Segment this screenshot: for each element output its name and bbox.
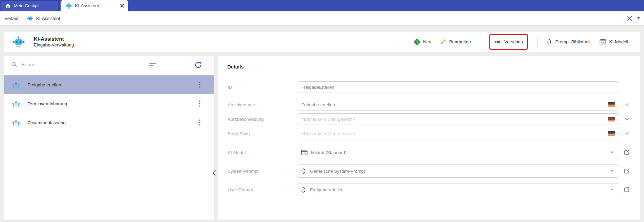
kurzbeschreibung-input[interactable] [297,113,619,125]
details-heading: Details [227,64,244,70]
tab-close-icon[interactable] [120,4,124,8]
chevron-down-icon[interactable] [625,118,629,120]
home-icon [5,3,11,9]
open-external-icon[interactable] [623,168,630,175]
field-row-kurzbeschreibung: Kurzbeschreibung [218,113,640,125]
details-panel: Details ID Anzeigename Kurzbeschreibung [218,56,640,220]
select-caret-icon [610,189,614,191]
bearbeiten-button[interactable]: Bearbeiten [440,39,471,45]
list-item[interactable]: Zusammenfassung [4,113,214,132]
neu-button[interactable]: Neu [414,39,432,45]
vorschau-button[interactable]: Vorschau [495,39,523,44]
close-history-icon[interactable] [627,16,632,21]
history-controls [627,16,641,21]
ki-modell-select[interactable]: Mistral (Standard) [297,146,619,159]
select-value: Freigabe erteilen [310,187,344,192]
select-caret-icon [610,170,614,172]
select-value: Mistral (Standard) [311,150,346,155]
field-row-id: ID [218,81,640,93]
prompt-icon [301,187,307,193]
sort-icon[interactable] [149,63,156,68]
anzeigename-input[interactable] [297,99,619,110]
filter-input[interactable] [21,62,145,67]
ki-modell-label: KI-Modell [609,39,628,44]
prompt-bibliothek-label: Prompt-Bibliothek [555,39,591,44]
vorschau-highlight-box: Vorschau [489,34,528,50]
toolbar-separator [537,37,538,47]
chevron-down-icon[interactable] [625,103,629,106]
filter-bar [11,62,145,70]
field-row-system-prompt: System-Prompt Generische System-Prompt [218,165,640,178]
collapse-panel-icon[interactable] [211,169,217,177]
refresh-icon[interactable] [194,61,202,69]
tab-label: KI-Assistent [75,3,99,8]
open-external-icon[interactable] [623,149,630,156]
item-menu-icon[interactable] [199,101,200,107]
system-prompt-select[interactable]: Generische System-Prompt [297,165,619,178]
open-external-icon[interactable] [623,186,630,193]
german-flag-icon [608,102,615,107]
german-flag-icon [608,131,615,136]
prompt-icon [301,168,307,175]
header-titles: KI-Assistent Eingabe-Verwaltung [34,35,74,48]
application-window: Mein Cockpit KI-Assistent Verlauf: [0,0,644,222]
select-caret-icon [610,152,614,154]
arrows-up-icon [11,80,21,89]
plus-icon [414,39,420,45]
field-label: ID [228,85,232,90]
ki-modell-button[interactable]: KI-Modell [600,39,628,45]
field-row-user-prompt: User-Prompt Freigabe erteilen [218,183,640,196]
user-prompt-select[interactable]: Freigabe erteilen [297,183,619,196]
field-row-ki-modell: KI-Modell Mistral (Standard) [218,146,640,159]
prompt-bibliothek-button[interactable]: Prompt-Bibliothek [547,39,591,45]
prompt-icon [547,39,552,45]
history-entry-ki-assistent[interactable]: KI-Assistent [27,15,60,21]
list-item-label: Terminvereinbarung [28,101,67,106]
page-subtitle: Eingabe-Verwaltung [34,42,74,48]
field-label: User-Prompt [228,187,253,192]
vorschau-label: Vorschau [504,39,523,44]
bearbeiten-label: Bearbeiten [449,39,471,44]
chevron-down-icon[interactable] [625,132,629,135]
robot-icon [12,36,25,48]
robot-icon [27,15,33,21]
history-dropdown-caret-icon[interactable] [636,17,641,20]
field-row-anzeigename: Anzeigename [218,99,640,110]
id-input[interactable] [297,81,619,93]
page-header: KI-Assistent Eingabe-Verwaltung Neu Bear… [4,32,640,52]
arrows-up-icon [11,99,21,108]
list-item-label: Freigabe erteilen [28,82,61,87]
item-menu-icon[interactable] [199,82,200,88]
toolbar-separator [480,37,480,47]
history-entry-label: KI-Assistent [36,16,60,21]
field-label: KI-Modell [228,150,247,155]
pencil-icon [440,39,446,45]
list-item[interactable]: Freigabe erteilen [4,75,214,94]
tab-mein-cockpit[interactable]: Mein Cockpit [1,0,59,11]
tab-label: Mein Cockpit [14,3,40,8]
begruessung-input[interactable] [297,128,619,139]
top-tab-bar: Mein Cockpit KI-Assistent [0,0,644,11]
robot-icon [65,3,72,9]
neu-label: Neu [423,39,432,44]
ki-model-icon [301,150,308,156]
tab-ki-assistent[interactable]: KI-Assistent [61,0,128,11]
field-row-begruessung: Begrüßung [218,128,640,139]
field-label: Begrüßung [228,131,250,136]
list-item[interactable]: Terminvereinbarung [4,94,214,113]
history-label: Verlauf: [4,16,20,21]
toolbar: Neu Bearbeiten Vorschau [414,34,628,50]
item-menu-icon[interactable] [199,119,200,126]
page-title: KI-Assistent [34,35,74,42]
field-label: Kurzbeschreibung [228,117,264,122]
select-value: Generische System-Prompt [310,169,365,174]
german-flag-icon [608,117,615,121]
field-label: Anzeigename [228,102,255,107]
field-label: System-Prompt [228,169,259,174]
assistant-list-panel: Freigabe erteilen [4,56,214,220]
assistant-list: Freigabe erteilen [4,75,214,132]
search-icon [11,62,17,67]
arrows-up-icon [11,118,21,127]
history-bar: Verlauf: KI-Assistent [0,11,644,25]
ki-model-icon [600,39,606,45]
